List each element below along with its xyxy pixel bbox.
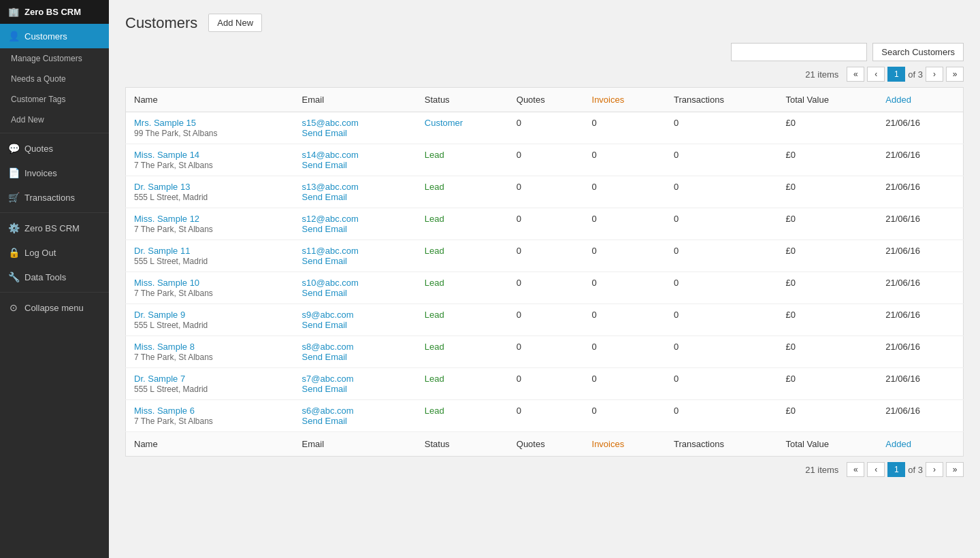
top-next-page-button[interactable]: › xyxy=(926,67,943,82)
add-new-sub-label: Add New xyxy=(11,115,44,125)
sidebar-item-add-new[interactable]: Add New xyxy=(0,110,109,130)
table-row: Mrs. Sample 15 99 The Park, St Albans s1… xyxy=(126,112,964,144)
cell-invoices-0: 0 xyxy=(584,112,666,144)
page-header: Customers Add New xyxy=(125,14,964,32)
bottom-prev-page-button[interactable]: ‹ xyxy=(867,462,885,477)
customer-email-link-7[interactable]: s8@abc.com xyxy=(302,342,354,352)
cell-transactions-5: 0 xyxy=(666,272,778,304)
customer-addr-3: 7 The Park, St Albans xyxy=(134,225,213,234)
lock-icon: 🔒 xyxy=(8,247,19,258)
customer-addr-8: 555 L Street, Madrid xyxy=(134,384,208,394)
customer-email-link-5[interactable]: s10@abc.com xyxy=(302,278,359,288)
col-footer-transactions: Transactions xyxy=(666,432,778,457)
customer-name-link-7[interactable]: Miss. Sample 8 xyxy=(134,342,195,352)
sidebar-item-zero-bs-crm[interactable]: ⚙️ Zero BS CRM xyxy=(0,216,109,240)
bottom-last-page-button[interactable]: » xyxy=(946,462,964,477)
cell-name-4: Dr. Sample 11 555 L Street, Madrid xyxy=(126,240,294,272)
wrench-icon: 🔧 xyxy=(8,272,19,282)
customer-addr-0: 99 The Park, St Albans xyxy=(134,129,218,138)
cell-email-3: s12@abc.com Send Email xyxy=(294,208,416,240)
customer-name-link-3[interactable]: Miss. Sample 12 xyxy=(134,214,199,224)
cell-name-3: Miss. Sample 12 7 The Park, St Albans xyxy=(126,208,294,240)
bottom-first-page-button[interactable]: « xyxy=(847,462,864,477)
bottom-next-page-button[interactable]: › xyxy=(926,462,943,477)
send-email-link-2[interactable]: Send Email xyxy=(302,192,347,202)
cell-status-1: Lead xyxy=(416,144,508,176)
sidebar-app-name: Zero BS CRM xyxy=(24,7,81,17)
customer-name-link-1[interactable]: Miss. Sample 14 xyxy=(134,150,199,160)
send-email-link-5[interactable]: Send Email xyxy=(302,288,347,298)
customer-addr-9: 7 The Park, St Albans xyxy=(134,416,213,426)
transactions-label: Transactions xyxy=(24,193,75,203)
send-email-link-9[interactable]: Send Email xyxy=(302,416,347,426)
cell-email-7: s8@abc.com Send Email xyxy=(294,336,416,368)
sidebar-item-customers[interactable]: 👤 Customers xyxy=(0,24,109,48)
cell-invoices-9: 0 xyxy=(584,400,666,432)
customer-name-link-2[interactable]: Dr. Sample 13 xyxy=(134,182,190,192)
top-last-page-button[interactable]: » xyxy=(946,67,964,82)
send-email-link-7[interactable]: Send Email xyxy=(302,352,347,362)
customer-email-link-1[interactable]: s14@abc.com xyxy=(302,150,359,160)
send-email-link-0[interactable]: Send Email xyxy=(302,128,347,138)
add-new-button[interactable]: Add New xyxy=(208,14,262,32)
sidebar: 🏢 Zero BS CRM 👤 Customers Manage Custome… xyxy=(0,0,109,558)
col-footer-invoices: Invoices xyxy=(584,432,666,457)
send-email-link-6[interactable]: Send Email xyxy=(302,320,347,330)
sidebar-item-needs-quote[interactable]: Needs a Quote xyxy=(0,69,109,89)
sidebar-item-logout[interactable]: 🔒 Log Out xyxy=(0,240,109,265)
customer-email-link-9[interactable]: s6@abc.com xyxy=(302,406,354,416)
customer-email-link-0[interactable]: s15@abc.com xyxy=(302,118,359,128)
cell-total-value-9: £0 xyxy=(778,400,878,432)
cell-email-0: s15@abc.com Send Email xyxy=(294,112,416,144)
search-area: Search Customers xyxy=(125,43,964,61)
send-email-link-1[interactable]: Send Email xyxy=(302,160,347,170)
cell-name-7: Miss. Sample 8 7 The Park, St Albans xyxy=(126,336,294,368)
cell-quotes-4: 0 xyxy=(508,240,584,272)
customer-email-link-4[interactable]: s11@abc.com xyxy=(302,246,359,256)
customer-name-link-4[interactable]: Dr. Sample 11 xyxy=(134,246,190,256)
customer-email-link-3[interactable]: s12@abc.com xyxy=(302,214,359,224)
search-input[interactable] xyxy=(731,43,867,61)
collapse-icon: ⊙ xyxy=(8,302,19,313)
cell-transactions-8: 0 xyxy=(666,368,778,400)
sidebar-item-customer-tags[interactable]: Customer Tags xyxy=(0,89,109,110)
cell-email-1: s14@abc.com Send Email xyxy=(294,144,416,176)
customer-name-link-5[interactable]: Miss. Sample 10 xyxy=(134,278,199,288)
customer-name-link-9[interactable]: Miss. Sample 6 xyxy=(134,406,195,416)
send-email-link-8[interactable]: Send Email xyxy=(302,384,347,394)
main-content: Customers Add New Search Customers 21 it… xyxy=(109,0,980,558)
customers-icon: 👤 xyxy=(8,31,19,42)
customer-name-link-0[interactable]: Mrs. Sample 15 xyxy=(134,118,196,128)
table-row: Miss. Sample 6 7 The Park, St Albans s6@… xyxy=(126,400,964,432)
table-row: Dr. Sample 11 555 L Street, Madrid s11@a… xyxy=(126,240,964,272)
search-button[interactable]: Search Customers xyxy=(872,43,964,61)
cell-email-4: s11@abc.com Send Email xyxy=(294,240,416,272)
customers-table: Name Email Status Quotes Invoices Transa… xyxy=(125,87,964,457)
top-prev-page-button[interactable]: ‹ xyxy=(867,67,885,82)
sidebar-item-transactions[interactable]: 🛒 Transactions xyxy=(0,185,109,210)
send-email-link-3[interactable]: Send Email xyxy=(302,224,347,234)
cell-email-2: s13@abc.com Send Email xyxy=(294,176,416,208)
send-email-link-4[interactable]: Send Email xyxy=(302,256,347,266)
cell-transactions-1: 0 xyxy=(666,144,778,176)
sidebar-item-quotes[interactable]: 💬 Quotes xyxy=(0,136,109,161)
cell-transactions-7: 0 xyxy=(666,336,778,368)
cell-added-5: 21/06/16 xyxy=(877,272,963,304)
customer-name-link-6[interactable]: Dr. Sample 9 xyxy=(134,310,185,320)
sidebar-item-invoices[interactable]: 📄 Invoices xyxy=(0,161,109,185)
sidebar-item-manage-customers[interactable]: Manage Customers xyxy=(0,48,109,69)
cell-name-8: Dr. Sample 7 555 L Street, Madrid xyxy=(126,368,294,400)
needs-quote-label: Needs a Quote xyxy=(11,74,66,84)
zero-bs-crm-label: Zero BS CRM xyxy=(24,223,80,233)
sidebar-item-collapse[interactable]: ⊙ Collapse menu xyxy=(0,295,109,320)
bottom-current-page-button[interactable]: 1 xyxy=(887,462,905,477)
customer-email-link-6[interactable]: s9@abc.com xyxy=(302,310,354,320)
customer-name-link-8[interactable]: Dr. Sample 7 xyxy=(134,374,185,384)
cell-quotes-2: 0 xyxy=(508,176,584,208)
top-first-page-button[interactable]: « xyxy=(847,67,864,82)
sidebar-item-data-tools[interactable]: 🔧 Data Tools xyxy=(0,265,109,289)
cell-added-3: 21/06/16 xyxy=(877,208,963,240)
customer-email-link-8[interactable]: s7@abc.com xyxy=(302,374,354,384)
customer-email-link-2[interactable]: s13@abc.com xyxy=(302,182,359,192)
top-current-page-button[interactable]: 1 xyxy=(887,67,905,82)
